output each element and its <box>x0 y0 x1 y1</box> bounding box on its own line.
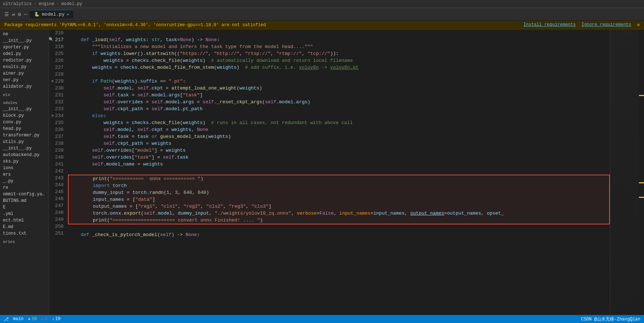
warning-bar: Package requirements 'PyYAML==6.0.1', 'o… <box>0 21 644 29</box>
breadcrumb-file[interactable]: model.py <box>61 1 82 7</box>
git-icon: ⎇ <box>4 316 9 322</box>
sidebar: ne __init__.py xporter.py odel.py redict… <box>0 29 49 322</box>
sidebar-item-esults[interactable]: esults.py <box>0 64 49 70</box>
sidebar-item-commit-config[interactable]: ommit-config.yaml <box>0 191 49 198</box>
line-num-216: 216 <box>52 29 64 36</box>
sidebar-item-transformer[interactable]: transformer.py <box>0 132 49 139</box>
sidebar-item-ers[interactable]: ers <box>0 171 49 178</box>
line-num-241: 241 <box>52 161 64 168</box>
warning-settings-icon[interactable]: ⚙ <box>637 22 640 28</box>
tab-split-icon[interactable]: ⇌ <box>12 11 15 17</box>
code-line-239: self.overrides["model"] = weights <box>68 147 610 154</box>
code-line-245: dummy_input = torch.randn(1, 3, 640, 640… <box>69 189 609 196</box>
warning-count-num: 10 <box>32 316 37 322</box>
code-line-251: def _check_is_pytorch_model(self) -> Non… <box>68 231 610 238</box>
sidebar-item-head[interactable]: head.py <box>0 125 49 132</box>
line-num-248: 248 <box>52 209 64 216</box>
code-content[interactable]: def _load(self, weights: str, task=None)… <box>68 29 610 322</box>
sidebar-item-ions[interactable]: ions <box>0 165 49 171</box>
line-num-218: 218 <box>52 43 64 50</box>
warning-count[interactable]: ▲ 10 <box>28 316 37 322</box>
sidebar-section-odules: odules <box>0 98 49 106</box>
ignore-requirements-link[interactable]: Ignore requirements <box>582 22 631 28</box>
sidebar-item-ne[interactable]: ne <box>0 31 49 37</box>
line-num-217: 🔍217 <box>52 36 64 43</box>
line-num-226: 226 <box>52 57 64 64</box>
code-line-233: self.ckpt_path = self.model.pt_path <box>68 105 610 112</box>
sidebar-item-alidator[interactable]: alidator.py <box>0 83 49 90</box>
error-count[interactable]: ✕ 1 <box>41 316 47 322</box>
line-num-238: 238 <box>52 140 64 147</box>
tab-settings-icon[interactable]: ⚙ <box>18 11 21 17</box>
sidebar-item-contributing[interactable]: BUTING.md <box>0 198 49 204</box>
breadcrumb-engine[interactable]: engine <box>39 1 54 7</box>
line-num-228: 228 <box>52 71 64 78</box>
right-scrollbar-gutter <box>639 29 644 322</box>
sidebar-item-sks[interactable]: sks.py <box>0 158 49 165</box>
warning-triangle-icon: ▲ <box>28 316 31 322</box>
code-line-240: self.overrides["task"] = self.task <box>68 154 610 161</box>
code-line-236: self.model, self.ckpt = weights, None <box>68 126 610 133</box>
sidebar-item-yml[interactable]: .yml <box>0 211 49 217</box>
line-num-249: 249 <box>52 216 64 223</box>
line-num-242: 242 <box>52 168 64 175</box>
line-num-233: 233 <box>52 105 64 112</box>
tab-close-icon[interactable]: ✕ <box>67 12 69 17</box>
code-line-244: import torch <box>69 182 609 189</box>
code-line-246: input_names = ["data"] <box>69 196 609 203</box>
error-count-num: 1 <box>45 316 48 322</box>
sidebar-item-autobackend[interactable]: autobackend.py <box>0 152 49 158</box>
info-down-icon: ↓ <box>52 316 54 322</box>
line-num-225: 225 <box>52 50 64 57</box>
active-tab[interactable]: 🐍 model.py ✕ <box>30 10 73 19</box>
line-numbers: 216 🔍217 218 225 226 227 228 ⊖229 230 23… <box>49 29 68 322</box>
line-num-236: 236 <box>52 126 64 133</box>
code-line-228 <box>68 71 610 78</box>
tab-label: model.py <box>42 12 64 17</box>
sidebar-item-block[interactable]: block.py <box>0 112 49 119</box>
tab-scroll-left-icon[interactable]: ☰ <box>4 11 9 17</box>
line-num-237: 237 <box>52 133 64 140</box>
code-line-242 <box>68 168 610 175</box>
sidebar-item-utils[interactable]: utils.py <box>0 139 49 145</box>
code-line-232: self.overrides = self.model.args = self.… <box>68 99 610 105</box>
sidebar-item-xporter[interactable]: xporter.py <box>0 44 49 51</box>
sidebar-item-init[interactable]: __init__.py <box>0 37 49 44</box>
tab-dash-icon[interactable]: — <box>24 11 27 17</box>
code-line-230: self.model, self.ckpt = attempt_load_one… <box>68 85 610 92</box>
line-num-243: 243 <box>52 175 64 182</box>
warning-text: Package requirements 'PyYAML==6.0.1', 'o… <box>4 23 266 28</box>
sidebar-item-redictor[interactable]: redictor.py <box>0 57 49 64</box>
breadcrumb-ultralytics[interactable]: ultralytics <box>3 1 32 7</box>
status-left: ⎇ main ▲ 10 ✕ 1 ↓ 19 <box>4 316 60 322</box>
line-num-235: 235 <box>52 119 64 126</box>
line-num-251: 251 <box>52 230 64 237</box>
sidebar-item-init2[interactable]: __init__.py <box>0 145 49 152</box>
sidebar-item-ner[interactable]: ner.py <box>0 77 49 83</box>
sidebar-item-e[interactable]: E <box>0 204 49 211</box>
sidebar-item-e-md[interactable]: E.md <box>0 224 49 230</box>
code-line-247: output_names = ["reg1", "cls1", "reg2", … <box>69 203 609 210</box>
line-num-232: 232 <box>52 99 64 105</box>
line-num-234: ⊖234 <box>52 112 64 119</box>
line-num-247: 247 <box>52 202 64 209</box>
install-requirements-link[interactable]: Install requirements <box>523 22 576 28</box>
author-credit: CSDN @山水无移-ZhangQian <box>581 316 640 322</box>
sidebar-item-ainer[interactable]: ainer.py <box>0 70 49 77</box>
sidebar-item-dotpy[interactable]: _.py <box>0 178 49 184</box>
sidebar-item-ect-html[interactable]: ect.html <box>0 217 49 224</box>
code-line-241: self.model_name = weights <box>68 161 610 168</box>
code-line-250 <box>68 224 610 231</box>
sidebar-item-dunder-init[interactable]: __init__.py <box>0 106 49 112</box>
code-line-225: if weights.lower().startswith(("https://… <box>68 50 610 57</box>
code-line-227: weights = checks.check_model_file_from_s… <box>68 64 610 71</box>
editor-area: 216 🔍217 218 225 226 227 228 ⊖229 230 23… <box>49 29 644 322</box>
tab-controls: ☰ ⇌ ⚙ — <box>1 11 30 17</box>
sidebar-item-re[interactable]: re <box>0 184 49 191</box>
sidebar-item-odel[interactable]: odel.py <box>0 51 49 57</box>
code-line-231: self.task = self.model.args["task"] <box>68 92 610 99</box>
sidebar-item-tions-txt[interactable]: tions.txt <box>0 230 49 237</box>
sidebar-item-conv[interactable]: conv.py <box>0 119 49 125</box>
code-line-237: self.task = task or guess_model_task(wei… <box>68 133 610 140</box>
line-num-227: 227 <box>52 64 64 71</box>
